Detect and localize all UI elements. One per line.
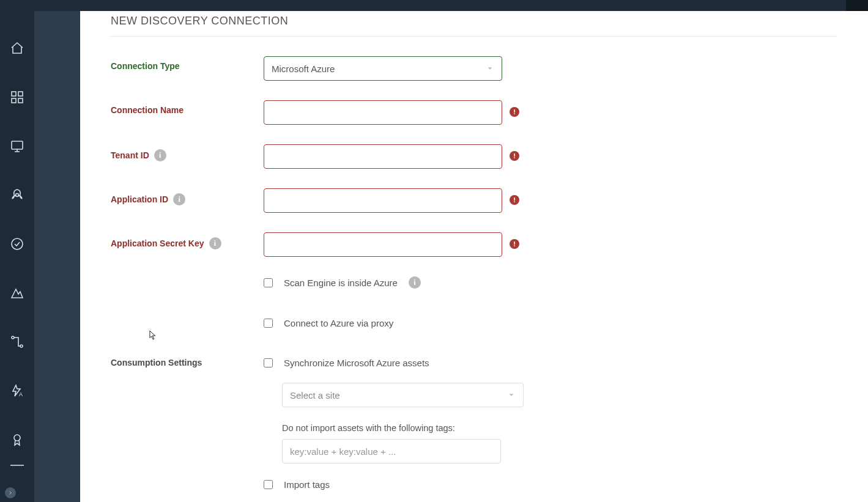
- info-icon[interactable]: i: [409, 276, 421, 289]
- sync-assets-checkbox[interactable]: [264, 358, 273, 367]
- check-circle-icon: [10, 237, 24, 253]
- svg-rect-0: [12, 92, 16, 96]
- label-app-secret-key: Application Secret Key i: [111, 232, 264, 249]
- import-tags-label: Import tags: [284, 479, 330, 490]
- svg-text:A: A: [19, 391, 23, 397]
- row-connection-name: Connection Name !: [111, 100, 837, 125]
- svg-point-10: [14, 435, 20, 441]
- sidebar-item-automation[interactable]: [0, 318, 34, 367]
- row-application-id: Application ID i !: [111, 188, 837, 213]
- lightning-auto-icon: A: [10, 383, 24, 400]
- top-bar-corner: [846, 0, 868, 11]
- sidebar-secondary: [34, 11, 80, 502]
- sidebar-item-home[interactable]: [0, 24, 34, 73]
- row-consumption: Consumption Settings Synchronize Microso…: [111, 358, 837, 502]
- error-icon: !: [510, 239, 519, 249]
- row-proxy: Connect to Azure via proxy: [111, 318, 837, 343]
- form-grid: Connection Type Microsoft Azure Connecti…: [111, 56, 837, 502]
- sync-assets-label: Synchronize Microsoft Azure assets: [284, 358, 429, 368]
- exclude-tags-input[interactable]: [282, 439, 501, 463]
- error-icon: !: [510, 107, 519, 117]
- svg-rect-1: [18, 92, 23, 96]
- consumption-body: Synchronize Microsoft Azure assets Selec…: [264, 358, 837, 502]
- svg-point-6: [12, 238, 23, 249]
- app-secret-key-input[interactable]: [264, 232, 502, 257]
- sidebar-item-scan[interactable]: A: [0, 367, 34, 416]
- svg-point-8: [20, 345, 23, 347]
- checkbox-import-tags: Import tags: [264, 479, 837, 490]
- row-connection-type: Connection Type Microsoft Azure: [111, 56, 837, 81]
- tenant-id-input[interactable]: [264, 144, 502, 169]
- form-panel: NEW DISCOVERY CONNECTION Connection Type…: [80, 11, 868, 502]
- scan-engine-checkbox[interactable]: [264, 278, 273, 287]
- chevron-down-icon: [486, 64, 494, 73]
- sidebar-item-vulnerabilities[interactable]: [0, 171, 34, 220]
- site-select-block: Select a site: [282, 383, 837, 407]
- sidebar-item-assets[interactable]: [0, 122, 34, 171]
- exclude-tags-block: Do not import assets with the following …: [282, 423, 837, 463]
- svg-point-5: [16, 193, 19, 196]
- info-icon[interactable]: i: [173, 193, 185, 205]
- import-tags-checkbox[interactable]: [264, 480, 273, 489]
- mountain-icon: [10, 286, 24, 302]
- site-select[interactable]: Select a site: [282, 383, 524, 407]
- row-app-secret-key: Application Secret Key i !: [111, 232, 837, 257]
- chevron-right-icon: [7, 488, 13, 498]
- label-tenant-id: Tenant ID i: [111, 144, 264, 161]
- sidebar-item-dashboard[interactable]: [0, 73, 34, 122]
- scan-engine-label: Scan Engine is inside Azure: [284, 278, 398, 288]
- top-bar: [0, 0, 868, 11]
- error-icon: !: [510, 151, 519, 161]
- page-title: NEW DISCOVERY CONNECTION: [111, 15, 837, 37]
- workflow-icon: [10, 334, 24, 351]
- checkbox-proxy: Connect to Azure via proxy: [264, 318, 393, 328]
- proxy-label: Connect to Azure via proxy: [284, 318, 393, 328]
- exclude-tags-label: Do not import assets with the following …: [282, 423, 837, 433]
- grid-icon: [10, 90, 24, 106]
- chevron-down-icon: [507, 391, 516, 399]
- sidebar-item-admin[interactable]: [0, 416, 34, 465]
- checkbox-sync-assets: Synchronize Microsoft Azure assets: [264, 358, 837, 368]
- svg-rect-2: [12, 98, 16, 103]
- label-consumption-settings: Consumption Settings: [111, 358, 264, 367]
- label-connection-name: Connection Name: [111, 100, 264, 115]
- info-icon[interactable]: i: [154, 149, 166, 161]
- connection-type-select[interactable]: Microsoft Azure: [264, 56, 502, 81]
- label-connection-type: Connection Type: [111, 56, 264, 71]
- proxy-checkbox[interactable]: [264, 319, 273, 328]
- svg-rect-4: [12, 141, 23, 149]
- badge-icon: [10, 432, 24, 449]
- field-application-id: !: [264, 188, 502, 213]
- svg-point-7: [12, 336, 14, 339]
- sidebar-divider: [10, 465, 24, 466]
- connection-name-input[interactable]: [264, 100, 502, 125]
- biohazard-icon: [10, 188, 24, 204]
- monitor-icon: [10, 139, 24, 155]
- main-content: NEW DISCOVERY CONNECTION Connection Type…: [80, 0, 868, 502]
- sidebar-item-policies[interactable]: [0, 220, 34, 269]
- info-icon[interactable]: i: [209, 237, 221, 249]
- checkbox-scan-engine: Scan Engine is inside Azure i: [264, 276, 421, 289]
- field-app-secret-key: !: [264, 232, 502, 257]
- svg-rect-3: [18, 98, 23, 103]
- row-scan-engine: Scan Engine is inside Azure i: [111, 276, 837, 303]
- sidebar-primary: A: [0, 0, 34, 502]
- sidebar-expand-button[interactable]: [5, 487, 16, 498]
- home-icon: [10, 41, 24, 57]
- connection-type-value: Microsoft Azure: [272, 64, 335, 74]
- field-connection-name: !: [264, 100, 502, 125]
- field-tenant-id: !: [264, 144, 502, 169]
- application-id-input[interactable]: [264, 188, 502, 213]
- row-tenant-id: Tenant ID i !: [111, 144, 837, 169]
- label-application-id: Application ID i: [111, 188, 264, 205]
- error-icon: !: [510, 195, 519, 205]
- site-select-placeholder: Select a site: [290, 390, 340, 400]
- sidebar-item-reports[interactable]: [0, 269, 34, 318]
- field-connection-type: Microsoft Azure: [264, 56, 502, 81]
